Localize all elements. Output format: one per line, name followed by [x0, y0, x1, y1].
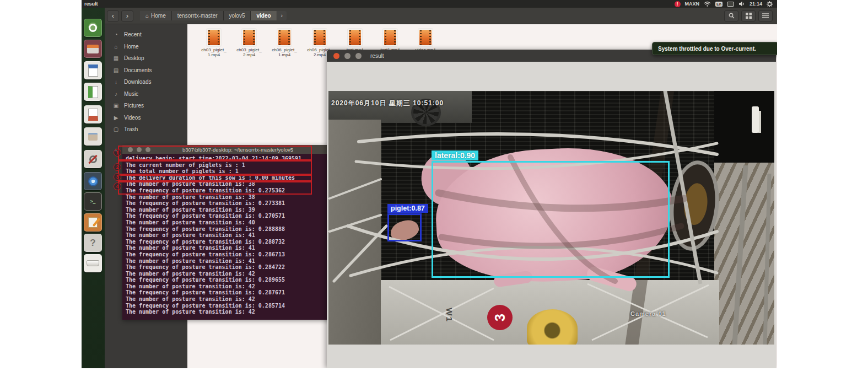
active-app-title: result [84, 1, 98, 7]
power-mode-indicator[interactable]: MAXN [685, 1, 700, 7]
sidebar-item-label: Recent [124, 31, 142, 37]
sidebar-item-icon: ↓ [113, 79, 119, 85]
sidebar-item[interactable]: ▦ Desktop [105, 52, 187, 64]
detection-label-lateral: lateral:0.90 [432, 150, 478, 160]
breadcrumb-label: tensorrtx-master [177, 13, 218, 19]
libreoffice-writer-icon[interactable] [84, 61, 102, 79]
file-manager-icon[interactable] [84, 40, 102, 58]
gear-icon[interactable] [767, 1, 773, 7]
breadcrumb-label: video [256, 13, 271, 19]
file-item[interactable]: ch03_piglet_1.mp4 [198, 29, 229, 57]
chromium-browser-icon[interactable] [84, 172, 102, 190]
sidebar-item-label: Trash [124, 126, 138, 132]
sidebar-item-label: Documents [124, 67, 152, 73]
file-item[interactable]: ch03_piglet_2.mp4 [234, 29, 265, 57]
video-file-icon [383, 29, 397, 46]
video-result-window: result [327, 50, 776, 368]
sidebar-item-icon: ♪ [113, 91, 119, 97]
camera-label: Camera 01 [630, 310, 666, 317]
video-file-icon [312, 29, 327, 46]
breadcrumb-item[interactable]: ⌂ Home [140, 11, 172, 20]
sidebar-item[interactable]: ▤ Documents [105, 64, 187, 77]
ubuntu-software-icon[interactable] [84, 127, 102, 146]
sidebar-item-label: Videos [124, 115, 141, 121]
back-button[interactable]: ‹ [107, 10, 119, 21]
sidebar-item-label: Downloads [124, 79, 151, 85]
sidebar-item-icon: ▢ [113, 126, 119, 132]
clock[interactable]: 21:14 [750, 1, 762, 7]
libreoffice-impress-icon[interactable] [84, 105, 102, 123]
dash-home-icon[interactable] [84, 19, 102, 37]
heat-lamp [527, 309, 578, 345]
search-icon [729, 13, 735, 19]
detection-label-piglet: piglet:0.87 [387, 204, 428, 213]
system-settings-icon[interactable] [84, 150, 102, 168]
sidebar-item-icon: ▦ [113, 55, 119, 61]
annotation-number-3: 3 [114, 173, 121, 181]
video-window-title: result [370, 53, 384, 59]
wifi-icon[interactable] [704, 1, 711, 7]
unity-launcher: >_ ? [82, 8, 105, 368]
disk-utility-icon[interactable] [84, 254, 102, 272]
file-manager-toolbar: ‹ › ⌂ Home tensorrtx-master [105, 8, 777, 24]
view-toggle-button[interactable] [741, 10, 756, 21]
sidebar-item[interactable]: ▢ Trash [105, 123, 187, 136]
libreoffice-calc-icon[interactable] [84, 83, 102, 101]
home-icon: ⌂ [145, 13, 149, 19]
annotation-number-1: 1 [114, 149, 121, 157]
breadcrumb: ⌂ Home tensorrtx-master yolov5 [140, 11, 277, 20]
text-editor-icon[interactable] [84, 213, 102, 232]
timestamp-overlay: 2020年06月10日 星期三 10:51:00 [331, 99, 444, 108]
detection-box-piglet [387, 213, 422, 241]
sidebar-item[interactable]: ▶ Videos [105, 112, 187, 124]
sidebar-item-icon: ⌂ [113, 44, 119, 50]
sidebar-item-icon: ▶ [113, 115, 119, 121]
breadcrumb-item[interactable]: yolov5 [224, 11, 251, 20]
search-button[interactable] [724, 10, 738, 21]
path-overflow-chevron-icon[interactable]: › [277, 11, 287, 20]
grid-view-icon [746, 13, 752, 19]
detection-box-lateral [432, 161, 670, 278]
breadcrumb-item[interactable]: video [251, 11, 277, 20]
system-tray: ! MAXN En 21:14 [675, 1, 773, 7]
sidebar-item-label: Desktop [124, 55, 144, 61]
file-name: ch03_piglet_2.mp4 [235, 48, 263, 57]
sidebar-item[interactable]: ↓ Downloads [105, 76, 187, 88]
screenshot-page: result ! MAXN En 21:14 >_ ? ‹ › [0, 0, 868, 371]
file-name: ch03_piglet_1.mp4 [200, 48, 228, 57]
panel-marking: W1 [445, 308, 454, 322]
keyboard-layout-indicator[interactable]: En [715, 2, 723, 7]
annotation-box-1 [118, 146, 312, 160]
annotation-box-4 [118, 181, 312, 195]
file-item[interactable]: ch06_piglet_1.mp4 [269, 29, 300, 57]
hamburger-icon [762, 13, 769, 18]
sidebar-item[interactable]: ◔ Recent [105, 29, 187, 41]
terminal-icon[interactable]: >_ [84, 192, 102, 211]
video-file-icon [207, 29, 221, 46]
sidebar-item[interactable]: ♪ Music [105, 88, 187, 100]
video-file-icon [242, 29, 256, 46]
battery-icon[interactable] [727, 2, 734, 7]
sidebar-item[interactable]: ⌂ Home [105, 41, 187, 53]
volume-icon[interactable] [738, 1, 745, 7]
minimize-icon [344, 53, 351, 59]
alert-indicator-icon[interactable]: ! [675, 1, 681, 7]
close-icon [333, 53, 339, 59]
sidebar-item-icon: ◔ [113, 31, 119, 37]
sidebar-item[interactable]: ▣ Pictures [105, 100, 187, 112]
annotation-box-2 [118, 160, 312, 175]
ubuntu-desktop: result ! MAXN En 21:14 >_ ? ‹ › [82, 0, 777, 368]
annotation-number-2: 2 [114, 163, 121, 171]
video-window-buttons[interactable] [333, 53, 362, 59]
forward-button[interactable]: › [121, 10, 133, 21]
breadcrumb-item[interactable]: tensorrtx-master [172, 11, 224, 20]
sidebar-item-icon: ▤ [113, 67, 119, 73]
help-icon[interactable]: ? [84, 234, 102, 252]
sidebar-item-label: Music [124, 91, 138, 97]
top-panel: result ! MAXN En 21:14 [82, 0, 777, 8]
video-frame: 3 W1 2020年06月10日 星期三 10:51:00 Camera 01 … [328, 91, 774, 345]
maximize-icon [355, 53, 362, 59]
video-file-icon [348, 29, 362, 46]
menu-button[interactable] [758, 10, 773, 21]
annotation-number-4: 4 [114, 182, 121, 190]
